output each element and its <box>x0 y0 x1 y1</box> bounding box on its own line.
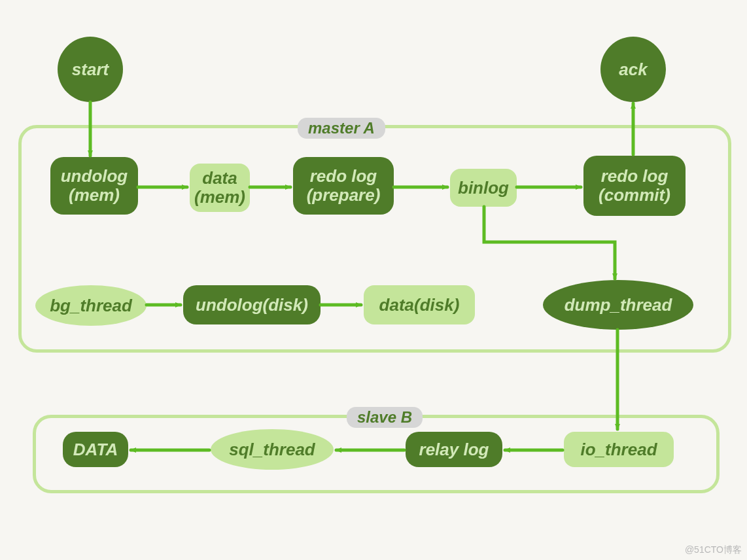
redo-commit-node: redo log (commit) <box>583 156 686 216</box>
master-region-label: master A <box>298 118 385 139</box>
relay-log-node: relay log <box>406 432 502 467</box>
bg-thread-node: bg_thread <box>35 285 147 326</box>
ack-node: ack <box>600 37 666 102</box>
data-disk-node: data(disk) <box>364 285 475 324</box>
data-final-node: DATA <box>63 432 128 467</box>
binlog-node: binlog <box>450 169 517 207</box>
undolog-mem-node: undolog (mem) <box>50 157 138 215</box>
diagram-canvas: { "regions": { "master": { "label": "mas… <box>0 0 747 560</box>
sql-thread-node: sql_thread <box>211 429 334 470</box>
io-thread-node: io_thread <box>564 432 674 467</box>
redo-prepare-node: redo log (prepare) <box>293 157 394 215</box>
slave-region-label: slave B <box>347 407 423 428</box>
watermark: @51CTO博客 <box>685 544 742 556</box>
undolog-disk-node: undolog(disk) <box>183 285 321 324</box>
start-node: start <box>58 37 123 102</box>
dump-thread-node: dump_thread <box>543 280 693 330</box>
data-mem-node: data (mem) <box>190 164 250 212</box>
